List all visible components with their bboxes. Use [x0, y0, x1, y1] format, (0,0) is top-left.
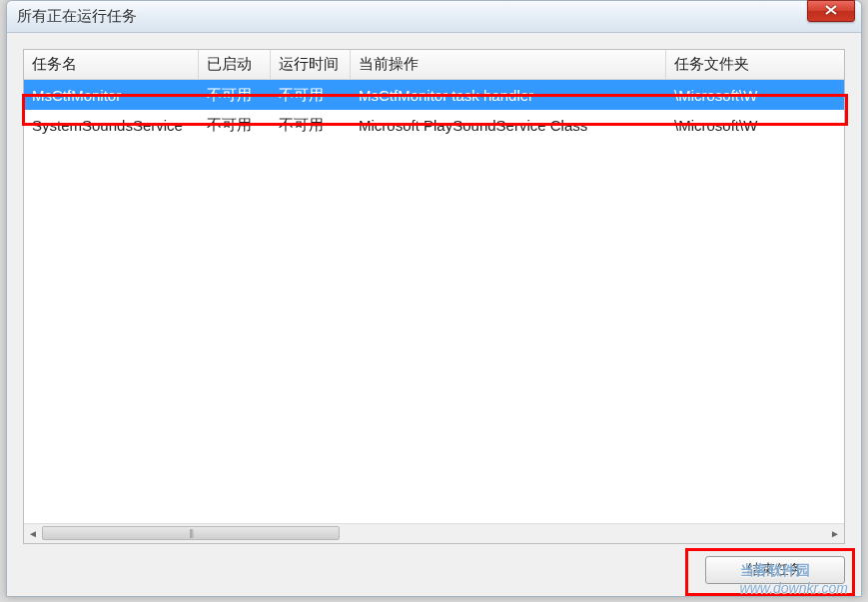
- col-header-operation[interactable]: 当前操作: [351, 50, 666, 79]
- cell-started: 不可用: [199, 82, 271, 109]
- cell-name: MsCtfMonitor: [24, 83, 199, 108]
- col-header-runtime[interactable]: 运行时间: [271, 50, 351, 79]
- scrollbar-thumb[interactable]: [42, 526, 340, 540]
- table-header: 任务名 已启动 运行时间 当前操作 任务文件夹: [24, 50, 844, 80]
- tasks-table: 任务名 已启动 运行时间 当前操作 任务文件夹 MsCtfMonitor不可用不…: [23, 49, 845, 544]
- running-tasks-window: 所有正在运行任务 任务名 已启动 运行时间 当前操作 任务文件夹 MsCtfMo…: [6, 0, 862, 597]
- cell-folder: \Microsoft\W: [666, 113, 844, 138]
- table-body: MsCtfMonitor不可用不可用MsCtfMonitor task hand…: [24, 80, 844, 523]
- scroll-right-icon[interactable]: ►: [826, 525, 844, 543]
- col-header-started[interactable]: 已启动: [199, 50, 271, 79]
- col-header-name[interactable]: 任务名: [24, 50, 199, 79]
- scroll-left-icon[interactable]: ◄: [24, 525, 42, 543]
- cell-runtime: 不可用: [271, 82, 351, 109]
- table-row[interactable]: SystemSoundsService不可用不可用Microsoft PlayS…: [24, 110, 844, 140]
- close-button[interactable]: [807, 0, 855, 22]
- close-icon: [825, 4, 837, 18]
- col-header-folder[interactable]: 任务文件夹: [666, 50, 844, 79]
- cell-operation: MsCtfMonitor task handler: [351, 83, 666, 108]
- cell-operation: Microsoft PlaySoundService Class: [351, 113, 666, 138]
- titlebar[interactable]: 所有正在运行任务: [7, 1, 861, 33]
- cell-started: 不可用: [199, 112, 271, 139]
- end-task-button[interactable]: 结束任务: [705, 556, 845, 584]
- cell-folder: \Microsoft\W: [666, 83, 844, 108]
- content-area: 任务名 已启动 运行时间 当前操作 任务文件夹 MsCtfMonitor不可用不…: [7, 33, 861, 596]
- scrollbar-track[interactable]: [42, 525, 826, 543]
- cell-name: SystemSoundsService: [24, 113, 199, 138]
- table-row[interactable]: MsCtfMonitor不可用不可用MsCtfMonitor task hand…: [24, 80, 844, 110]
- window-title: 所有正在运行任务: [17, 7, 855, 26]
- button-row: 结束任务: [23, 544, 845, 584]
- cell-runtime: 不可用: [271, 112, 351, 139]
- horizontal-scrollbar[interactable]: ◄ ►: [24, 523, 844, 543]
